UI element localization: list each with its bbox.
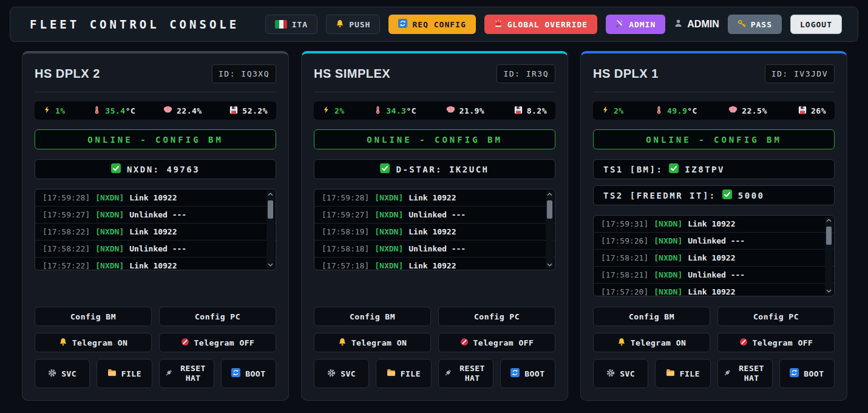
telegram-off-button[interactable]: Telegram OFF: [717, 333, 835, 352]
device-id-badge: ID: IQ3XQ: [212, 64, 276, 83]
thermometer-icon: [655, 106, 663, 116]
device-id-badge: ID: IV3JDV: [765, 64, 835, 83]
card-actions: Config BM Config PC Telegram ON Telegram…: [593, 300, 835, 388]
telegram-off-button[interactable]: Telegram OFF: [159, 333, 276, 352]
log-row: [17:59:27][NXDN]Unlinked ---: [35, 206, 276, 224]
card-actions: Config BM Config PC Telegram ON Telegram…: [314, 300, 555, 388]
push-button[interactable]: PUSH: [326, 15, 380, 34]
scrollbar-thumb[interactable]: [268, 200, 273, 219]
svc-button[interactable]: SVC: [35, 359, 90, 388]
chevron-down-icon[interactable]: [268, 261, 273, 268]
svc-button[interactable]: SVC: [314, 359, 369, 388]
file-button[interactable]: FILE: [655, 359, 710, 388]
event-log[interactable]: [17:59:28][NXDN]Link 10922 [17:59:27][NX…: [35, 189, 276, 270]
temperature-stat: 35.4°C: [93, 106, 135, 116]
scrollbar[interactable]: [266, 191, 274, 268]
pass-button[interactable]: PASS: [728, 15, 782, 34]
reload-icon: [231, 368, 240, 379]
card-header: HS DPLX 2 ID: IQ3XQ: [35, 64, 276, 83]
scrollbar[interactable]: [825, 217, 833, 295]
device-card-hs-dplx-1: HS DPLX 1 ID: IV3JDV 2% 49.9°C 22.5% 26%…: [580, 51, 847, 401]
power-value: 1%: [55, 106, 66, 115]
log-row: [17:58:22][NXDN]Unlinked ---: [35, 241, 276, 258]
power-stat: 2%: [322, 106, 345, 115]
reset-hat-button[interactable]: RESET HAT: [159, 359, 214, 388]
floppy-disk-icon: [514, 106, 523, 116]
bell-icon: [336, 19, 344, 30]
reset-hat-button[interactable]: RESET HAT: [438, 359, 493, 388]
timeslot-prefix: TS2 [FREEDMR IT]:: [603, 191, 716, 200]
config-bm-button[interactable]: Config BM: [35, 307, 152, 326]
boot-button[interactable]: BOOT: [500, 359, 555, 388]
timeslot-value: IZ8TPV: [685, 165, 725, 174]
bolt-icon: [322, 106, 330, 115]
scrollbar-thumb[interactable]: [547, 200, 552, 219]
admin-button[interactable]: ADMIN: [606, 15, 665, 34]
check-icon: [669, 163, 679, 175]
disk-value: 52.2%: [242, 106, 268, 115]
top-bar: FLEET CONTROL CONSOLE ITA PUSH REQ CONFI…: [10, 7, 858, 42]
disk-stat: 26%: [798, 106, 826, 116]
no-entry-icon: [181, 338, 189, 348]
bell-icon: [338, 338, 347, 348]
config-bm-button[interactable]: Config BM: [314, 307, 431, 326]
config-pc-button[interactable]: Config PC: [159, 307, 276, 326]
config-pc-button[interactable]: Config PC: [438, 307, 555, 326]
file-button[interactable]: FILE: [97, 359, 152, 388]
chevron-up-icon[interactable]: [826, 217, 832, 224]
brain-icon: [163, 106, 172, 115]
logout-label: LOGOUT: [800, 20, 832, 29]
cpu-stat: 22.4%: [163, 106, 202, 115]
log-row: [17:59:28][NXDN]Link 10922: [314, 189, 555, 206]
mode-indicator: NXDN: 49763: [35, 159, 276, 179]
boot-button[interactable]: BOOT: [221, 359, 276, 388]
timeslot-prefix: TS1 [BM]:: [603, 165, 663, 174]
power-value: 2%: [614, 106, 624, 115]
bolt-icon: [43, 106, 51, 115]
check-icon: [380, 163, 390, 175]
global-override-button[interactable]: GLOBAL OVERRIDE: [484, 15, 597, 34]
chevron-up-icon[interactable]: [547, 191, 552, 198]
telegram-on-button[interactable]: Telegram ON: [35, 333, 152, 352]
event-log[interactable]: [17:59:28][NXDN]Link 10922 [17:59:27][NX…: [314, 189, 555, 270]
boot-button[interactable]: BOOT: [779, 359, 835, 388]
log-row: [17:59:31][NXDN]Link 10922: [594, 216, 834, 233]
user-icon: [674, 19, 683, 30]
file-button[interactable]: FILE: [376, 359, 431, 388]
disk-value: 26%: [811, 106, 826, 115]
temperature-stat: 49.9°C: [655, 106, 697, 116]
temperature-value: 49.9: [667, 106, 687, 115]
reload-icon: [790, 368, 799, 379]
req-config-button[interactable]: REQ CONFIG: [388, 15, 475, 34]
log-row: [17:59:28][NXDN]Link 10922: [35, 189, 276, 206]
chevron-up-icon[interactable]: [268, 191, 273, 198]
telegram-on-button[interactable]: Telegram ON: [593, 333, 710, 352]
logout-button[interactable]: LOGOUT: [790, 15, 842, 34]
device-card-hs-simplex: HS SIMPLEX ID: IR3Q 2% 34.3°C 21.9% 8.2%…: [301, 51, 568, 401]
config-bm-button[interactable]: Config BM: [593, 307, 710, 326]
device-title: HS DPLX 2: [35, 67, 100, 81]
telegram-off-button[interactable]: Telegram OFF: [438, 333, 555, 352]
svc-button[interactable]: SVC: [593, 359, 648, 388]
language-button[interactable]: ITA: [265, 15, 317, 34]
card-header: HS DPLX 1 ID: IV3JDV: [593, 64, 835, 83]
scrollbar-thumb[interactable]: [826, 227, 832, 245]
push-label: PUSH: [349, 20, 370, 29]
floppy-disk-icon: [229, 106, 238, 116]
temperature-value: 35.4: [105, 106, 125, 115]
chevron-down-icon[interactable]: [826, 287, 832, 295]
plug-icon: [444, 369, 452, 379]
chevron-down-icon[interactable]: [547, 261, 552, 268]
check-icon: [722, 189, 732, 201]
event-log[interactable]: [17:59:31][NXDN]Link 10922 [17:59:26][NX…: [593, 215, 835, 296]
config-pc-button[interactable]: Config PC: [717, 307, 835, 326]
cpu-stat: 21.9%: [446, 106, 485, 115]
card-header: HS SIMPLEX ID: IR3Q: [314, 64, 555, 83]
telegram-on-button[interactable]: Telegram ON: [314, 333, 431, 352]
stats-bar: 2% 34.3°C 21.9% 8.2%: [314, 101, 555, 120]
reset-hat-button[interactable]: RESET HAT: [717, 359, 773, 388]
mode-value: NXDN: 49763: [127, 165, 200, 174]
log-row: [17:59:26][NXDN]Unlinked ---: [594, 233, 834, 250]
cpu-value: 22.5%: [742, 106, 767, 115]
scrollbar[interactable]: [546, 191, 554, 268]
